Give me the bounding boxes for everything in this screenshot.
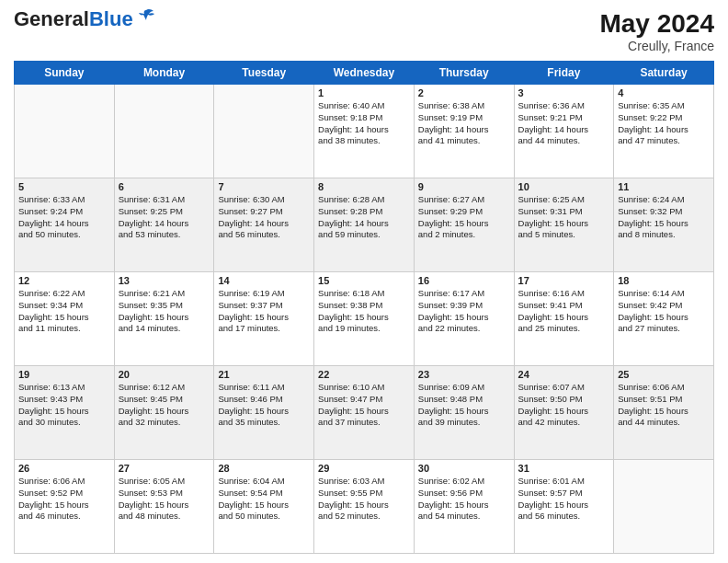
- logo: GeneralBlue: [14, 9, 155, 29]
- day-content: Sunrise: 6:13 AMSunset: 9:43 PMDaylight:…: [18, 382, 110, 429]
- day-content: Sunrise: 6:01 AMSunset: 9:57 PMDaylight:…: [518, 476, 610, 523]
- table-row: [214, 85, 314, 178]
- header: GeneralBlue May 2024 Creully, France: [14, 9, 714, 53]
- table-row: 22Sunrise: 6:10 AMSunset: 9:47 PMDayligh…: [314, 366, 415, 460]
- day-content: Sunrise: 6:24 AMSunset: 9:32 PMDaylight:…: [618, 194, 710, 241]
- day-content: Sunrise: 6:06 AMSunset: 9:51 PMDaylight:…: [618, 382, 710, 429]
- day-number: 6: [119, 181, 210, 192]
- day-number: 10: [518, 181, 610, 192]
- day-content: Sunrise: 6:06 AMSunset: 9:52 PMDaylight:…: [18, 476, 110, 523]
- day-number: 11: [618, 181, 710, 192]
- logo-bird-icon: [137, 6, 155, 25]
- day-number: 7: [218, 181, 310, 192]
- day-content: Sunrise: 6:40 AMSunset: 9:18 PMDaylight:…: [318, 100, 410, 147]
- calendar-header-row: Sunday Monday Tuesday Wednesday Thursday…: [15, 62, 714, 85]
- day-number: 3: [518, 87, 610, 98]
- day-number: 4: [618, 87, 710, 98]
- day-number: 16: [418, 275, 510, 286]
- day-content: Sunrise: 6:05 AMSunset: 9:53 PMDaylight:…: [119, 476, 210, 523]
- page: GeneralBlue May 2024 Creully, France Sun…: [0, 0, 728, 563]
- table-row: 1Sunrise: 6:40 AMSunset: 9:18 PMDaylight…: [314, 85, 415, 178]
- day-content: Sunrise: 6:10 AMSunset: 9:47 PMDaylight:…: [318, 382, 410, 429]
- day-number: 24: [518, 369, 610, 380]
- table-row: 31Sunrise: 6:01 AMSunset: 9:57 PMDayligh…: [514, 460, 614, 554]
- col-tuesday: Tuesday: [214, 62, 314, 85]
- table-row: 21Sunrise: 6:11 AMSunset: 9:46 PMDayligh…: [214, 366, 314, 460]
- day-number: 8: [318, 181, 410, 192]
- month-year: May 2024: [599, 9, 714, 39]
- day-number: 15: [318, 275, 410, 286]
- calendar-week-row: 26Sunrise: 6:06 AMSunset: 9:52 PMDayligh…: [15, 460, 714, 554]
- col-monday: Monday: [114, 62, 214, 85]
- day-content: Sunrise: 6:36 AMSunset: 9:21 PMDaylight:…: [518, 100, 610, 147]
- col-saturday: Saturday: [614, 62, 714, 85]
- day-number: 18: [618, 275, 710, 286]
- table-row: 29Sunrise: 6:03 AMSunset: 9:55 PMDayligh…: [314, 460, 415, 554]
- day-content: Sunrise: 6:19 AMSunset: 9:37 PMDaylight:…: [218, 288, 310, 335]
- title-block: May 2024 Creully, France: [599, 9, 714, 53]
- day-number: 2: [418, 87, 510, 98]
- day-number: 27: [119, 463, 210, 474]
- table-row: 4Sunrise: 6:35 AMSunset: 9:22 PMDaylight…: [614, 85, 714, 178]
- table-row: 10Sunrise: 6:25 AMSunset: 9:31 PMDayligh…: [514, 178, 614, 272]
- day-content: Sunrise: 6:09 AMSunset: 9:48 PMDaylight:…: [418, 382, 510, 429]
- day-content: Sunrise: 6:31 AMSunset: 9:25 PMDaylight:…: [119, 194, 210, 241]
- table-row: 26Sunrise: 6:06 AMSunset: 9:52 PMDayligh…: [15, 460, 115, 554]
- table-row: 8Sunrise: 6:28 AMSunset: 9:28 PMDaylight…: [314, 178, 415, 272]
- col-thursday: Thursday: [414, 62, 514, 85]
- table-row: 24Sunrise: 6:07 AMSunset: 9:50 PMDayligh…: [514, 366, 614, 460]
- day-number: 14: [218, 275, 310, 286]
- calendar: Sunday Monday Tuesday Wednesday Thursday…: [14, 61, 714, 554]
- col-friday: Friday: [514, 62, 614, 85]
- day-number: 25: [618, 369, 710, 380]
- day-content: Sunrise: 6:02 AMSunset: 9:56 PMDaylight:…: [418, 476, 510, 523]
- table-row: 9Sunrise: 6:27 AMSunset: 9:29 PMDaylight…: [414, 178, 514, 272]
- table-row: 6Sunrise: 6:31 AMSunset: 9:25 PMDaylight…: [114, 178, 214, 272]
- table-row: 13Sunrise: 6:21 AMSunset: 9:35 PMDayligh…: [114, 272, 214, 366]
- table-row: 30Sunrise: 6:02 AMSunset: 9:56 PMDayligh…: [414, 460, 514, 554]
- calendar-week-row: 1Sunrise: 6:40 AMSunset: 9:18 PMDaylight…: [15, 85, 714, 178]
- day-content: Sunrise: 6:33 AMSunset: 9:24 PMDaylight:…: [18, 194, 110, 241]
- table-row: 16Sunrise: 6:17 AMSunset: 9:39 PMDayligh…: [414, 272, 514, 366]
- table-row: 12Sunrise: 6:22 AMSunset: 9:34 PMDayligh…: [15, 272, 115, 366]
- col-sunday: Sunday: [15, 62, 115, 85]
- day-content: Sunrise: 6:27 AMSunset: 9:29 PMDaylight:…: [418, 194, 510, 241]
- table-row: [114, 85, 214, 178]
- calendar-week-row: 19Sunrise: 6:13 AMSunset: 9:43 PMDayligh…: [15, 366, 714, 460]
- location: Creully, France: [599, 39, 714, 53]
- table-row: 20Sunrise: 6:12 AMSunset: 9:45 PMDayligh…: [114, 366, 214, 460]
- day-content: Sunrise: 6:11 AMSunset: 9:46 PMDaylight:…: [218, 382, 310, 429]
- table-row: 15Sunrise: 6:18 AMSunset: 9:38 PMDayligh…: [314, 272, 415, 366]
- day-content: Sunrise: 6:14 AMSunset: 9:42 PMDaylight:…: [618, 288, 710, 335]
- day-content: Sunrise: 6:18 AMSunset: 9:38 PMDaylight:…: [318, 288, 410, 335]
- table-row: 27Sunrise: 6:05 AMSunset: 9:53 PMDayligh…: [114, 460, 214, 554]
- day-number: 19: [18, 369, 110, 380]
- table-row: 25Sunrise: 6:06 AMSunset: 9:51 PMDayligh…: [614, 366, 714, 460]
- day-number: 13: [119, 275, 210, 286]
- calendar-week-row: 5Sunrise: 6:33 AMSunset: 9:24 PMDaylight…: [15, 178, 714, 272]
- day-content: Sunrise: 6:16 AMSunset: 9:41 PMDaylight:…: [518, 288, 610, 335]
- table-row: 3Sunrise: 6:36 AMSunset: 9:21 PMDaylight…: [514, 85, 614, 178]
- day-number: 21: [218, 369, 310, 380]
- table-row: 18Sunrise: 6:14 AMSunset: 9:42 PMDayligh…: [614, 272, 714, 366]
- day-content: Sunrise: 6:38 AMSunset: 9:19 PMDaylight:…: [418, 100, 510, 147]
- calendar-week-row: 12Sunrise: 6:22 AMSunset: 9:34 PMDayligh…: [15, 272, 714, 366]
- table-row: [15, 85, 115, 178]
- day-content: Sunrise: 6:30 AMSunset: 9:27 PMDaylight:…: [218, 194, 310, 241]
- table-row: 2Sunrise: 6:38 AMSunset: 9:19 PMDaylight…: [414, 85, 514, 178]
- table-row: [614, 460, 714, 554]
- table-row: 19Sunrise: 6:13 AMSunset: 9:43 PMDayligh…: [15, 366, 115, 460]
- col-wednesday: Wednesday: [314, 62, 415, 85]
- day-number: 22: [318, 369, 410, 380]
- day-content: Sunrise: 6:21 AMSunset: 9:35 PMDaylight:…: [119, 288, 210, 335]
- logo-text: GeneralBlue: [14, 9, 133, 29]
- table-row: 11Sunrise: 6:24 AMSunset: 9:32 PMDayligh…: [614, 178, 714, 272]
- day-content: Sunrise: 6:07 AMSunset: 9:50 PMDaylight:…: [518, 382, 610, 429]
- day-number: 17: [518, 275, 610, 286]
- day-number: 12: [18, 275, 110, 286]
- table-row: 7Sunrise: 6:30 AMSunset: 9:27 PMDaylight…: [214, 178, 314, 272]
- day-number: 26: [18, 463, 110, 474]
- day-number: 28: [218, 463, 310, 474]
- day-number: 5: [18, 181, 110, 192]
- day-content: Sunrise: 6:03 AMSunset: 9:55 PMDaylight:…: [318, 476, 410, 523]
